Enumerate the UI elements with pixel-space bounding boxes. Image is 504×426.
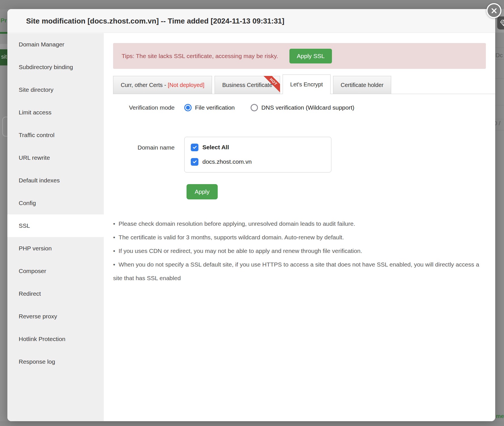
page-right-edge bbox=[495, 9, 504, 421]
checkbox-docs-zhost[interactable]: docs.zhost.com.vn bbox=[191, 157, 325, 167]
page-tab-active-underline bbox=[0, 32, 7, 34]
apply-ssl-button[interactable]: Apply SSL bbox=[289, 49, 332, 63]
domain-label: docs.zhost.com.vn bbox=[202, 158, 252, 165]
site-modification-dialog: Site modification [docs.zhost.com.vn] --… bbox=[7, 9, 495, 421]
sidebar-item-composer[interactable]: Composer bbox=[7, 260, 104, 282]
gem-icon bbox=[499, 19, 504, 27]
radio-unselected-icon[interactable] bbox=[251, 104, 258, 111]
sidebar-item-config[interactable]: Config bbox=[7, 192, 104, 214]
tab-lets-encrypt-label: Let's Encrypt bbox=[290, 81, 323, 88]
close-icon bbox=[491, 7, 497, 14]
domain-list-box: Select All docs.zhost.com.vn bbox=[184, 137, 331, 172]
checkbox-checked-icon[interactable] bbox=[191, 158, 198, 166]
radio-file-verification[interactable]: File verification bbox=[184, 104, 235, 111]
radio-selected-icon[interactable] bbox=[184, 104, 192, 111]
sidebar-item-default-indexes[interactable]: Default indexes bbox=[7, 169, 104, 192]
page-row-divider bbox=[495, 59, 504, 59]
dns-verification-label: DNS verification (Wildcard support) bbox=[261, 104, 354, 111]
tab-certificate-holder-label: Certificate holder bbox=[341, 82, 384, 88]
page-row-divider bbox=[495, 119, 504, 119]
sidebar-item-domain-manager[interactable]: Domain Manager bbox=[7, 33, 104, 56]
dialog-content: Tips: The site lacks SSL certificate, ac… bbox=[104, 33, 495, 421]
tab-certificate-holder[interactable]: Certificate holder bbox=[333, 76, 391, 94]
dialog-sidebar: Domain Manager Subdirectory binding Site… bbox=[7, 33, 104, 421]
ssl-warning-text: Tips: The site lacks SSL certificate, ac… bbox=[122, 53, 278, 59]
sidebar-item-site-directory[interactable]: Site directory bbox=[7, 78, 104, 101]
dialog-header: Site modification [docs.zhost.com.vn] --… bbox=[7, 9, 495, 33]
gem-icon-badge bbox=[497, 16, 504, 29]
dialog-title: Site modification [docs.zhost.com.vn] --… bbox=[26, 9, 284, 33]
note-item: If you uses CDN or redirect, you may not… bbox=[113, 244, 480, 258]
page-tab-partial-label: Pr bbox=[1, 17, 7, 24]
page-row-divider bbox=[495, 48, 504, 48]
page-left-separator bbox=[0, 44, 7, 49]
page-link-partial: me bbox=[496, 413, 504, 419]
tab-current-certs[interactable]: Curr, other Certs - [Not deployed] bbox=[113, 76, 212, 94]
note-item: The certificate is valid for 3 months, s… bbox=[113, 231, 480, 244]
tab-business-certificate[interactable]: Business Certificate HOT bbox=[215, 76, 280, 94]
hot-badge: HOT bbox=[262, 76, 280, 93]
domain-name-row: Domain name Select All bbox=[113, 137, 331, 172]
note-item: When you do not specify a SSL default si… bbox=[113, 258, 480, 285]
page-left-edge bbox=[0, 9, 7, 421]
apply-button[interactable]: Apply bbox=[187, 184, 218, 199]
page-top-bar bbox=[0, 0, 504, 9]
domain-name-label: Domain name bbox=[113, 137, 175, 151]
sidebar-item-reverse-proxy[interactable]: Reverse proxy bbox=[7, 305, 104, 328]
page-row-divider bbox=[495, 130, 504, 130]
sidebar-item-url-rewrite[interactable]: URL rewrite bbox=[7, 146, 104, 169]
checkbox-checked-icon[interactable] bbox=[191, 144, 198, 151]
sidebar-item-redirect[interactable]: Redirect bbox=[7, 282, 104, 305]
sidebar-item-traffic-control[interactable]: Traffic control bbox=[7, 124, 104, 146]
sidebar-item-limit-access[interactable]: Limit access bbox=[7, 101, 104, 124]
checkbox-select-all[interactable]: Select All bbox=[191, 142, 325, 152]
sidebar-item-response-log[interactable]: Response log bbox=[7, 350, 104, 373]
page-row-divider bbox=[495, 78, 504, 78]
tab-current-certs-label: Curr, other Certs - bbox=[121, 82, 166, 88]
page-add-site-button-partial: sit bbox=[0, 49, 7, 65]
certificate-tabs: Curr, other Certs - [Not deployed] Busin… bbox=[113, 75, 486, 94]
sidebar-item-php-version[interactable]: PHP version bbox=[7, 237, 104, 260]
check-icon bbox=[192, 145, 197, 150]
close-button[interactable] bbox=[486, 3, 501, 18]
sidebar-item-ssl[interactable]: SSL bbox=[7, 214, 104, 237]
page-bottom-strip bbox=[0, 421, 504, 426]
file-verification-label: File verification bbox=[195, 104, 235, 111]
check-icon bbox=[192, 159, 197, 164]
note-item: Please check domain resolution before ap… bbox=[113, 217, 480, 231]
select-all-label: Select All bbox=[202, 144, 229, 151]
not-deployed-status: [Not deployed] bbox=[168, 82, 204, 88]
hot-ribbon-wrap: HOT bbox=[262, 76, 280, 93]
sidebar-item-subdirectory-binding[interactable]: Subdirectory binding bbox=[7, 56, 104, 78]
verification-mode-row: Verification mode File verification DNS … bbox=[113, 104, 354, 111]
page-table-header-partial: Dc bbox=[495, 52, 503, 59]
notes-list: Please check domain resolution before ap… bbox=[113, 217, 480, 285]
sidebar-item-hotlink-protection[interactable]: Hotlink Protection bbox=[7, 328, 104, 350]
ssl-warning-banner: Tips: The site lacks SSL certificate, ac… bbox=[113, 43, 486, 69]
page-row-divider bbox=[495, 105, 504, 105]
tab-lets-encrypt[interactable]: Let's Encrypt bbox=[283, 74, 331, 94]
verification-mode-label: Verification mode bbox=[113, 104, 175, 111]
radio-dns-verification[interactable]: DNS verification (Wildcard support) bbox=[251, 104, 354, 111]
